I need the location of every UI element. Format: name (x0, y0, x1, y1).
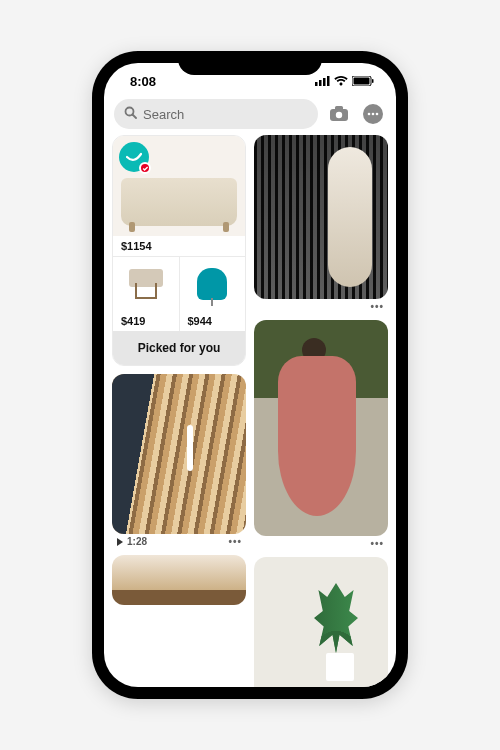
screen: 8:08 Search (104, 63, 396, 687)
signal-icon (315, 74, 330, 89)
pin-dress[interactable]: ••• (254, 320, 388, 549)
search-row: Search (104, 99, 396, 135)
video-duration: 1:28 (116, 536, 147, 547)
shopping-card[interactable]: $1154 $419 $944 Picked for you (112, 135, 246, 366)
chat-button[interactable] (360, 101, 386, 127)
battery-icon (352, 74, 374, 89)
more-button[interactable]: ••• (228, 536, 242, 547)
notch (178, 51, 322, 75)
status-indicators (315, 74, 374, 89)
feed[interactable]: $1154 $419 $944 Picked for you (104, 135, 396, 687)
svg-rect-1 (319, 80, 322, 86)
chair2-price: $944 (180, 311, 246, 331)
svg-rect-3 (327, 76, 330, 86)
play-icon (116, 538, 124, 546)
svg-rect-10 (335, 106, 343, 110)
product-chair-2[interactable]: $944 (179, 256, 246, 331)
search-icon (124, 106, 137, 122)
sofa-price: $1154 (113, 236, 245, 256)
svg-rect-5 (354, 77, 370, 84)
more-button[interactable]: ••• (370, 538, 384, 549)
pin-image (112, 374, 246, 534)
chair-image (129, 269, 163, 299)
search-input[interactable]: Search (114, 99, 318, 129)
picked-for-you-label: Picked for you (113, 331, 245, 365)
pin-hair[interactable]: 1:28 ••• (112, 374, 246, 547)
feed-column-right: ••• ••• (254, 135, 388, 687)
svg-point-13 (368, 113, 371, 116)
chair-image (197, 268, 227, 300)
search-placeholder: Search (143, 107, 184, 122)
svg-point-11 (336, 112, 342, 118)
pin-image (254, 557, 388, 687)
status-time: 8:08 (130, 74, 156, 89)
pin-gate[interactable]: ••• (254, 135, 388, 312)
svg-rect-0 (315, 82, 318, 86)
pin-image (254, 320, 388, 536)
chair1-price: $419 (113, 311, 179, 331)
svg-point-15 (376, 113, 379, 116)
wifi-icon (334, 74, 348, 89)
product-chair-1[interactable]: $419 (113, 256, 179, 331)
svg-point-14 (372, 113, 375, 116)
pin-shelf[interactable] (112, 555, 246, 605)
verified-check-icon (139, 162, 151, 174)
camera-button[interactable] (326, 101, 352, 127)
pin-plant[interactable] (254, 557, 388, 687)
shop-hero[interactable] (113, 136, 245, 236)
feed-column-left: $1154 $419 $944 Picked for you (112, 135, 246, 687)
svg-rect-2 (323, 78, 326, 86)
svg-line-8 (133, 115, 137, 119)
more-button[interactable]: ••• (370, 301, 384, 312)
pin-image (254, 135, 388, 299)
phone-frame: 8:08 Search (92, 51, 408, 699)
merchant-badge-icon (119, 142, 149, 172)
product-sofa-image (121, 178, 237, 226)
svg-rect-6 (372, 79, 374, 83)
pin-image (112, 555, 246, 605)
